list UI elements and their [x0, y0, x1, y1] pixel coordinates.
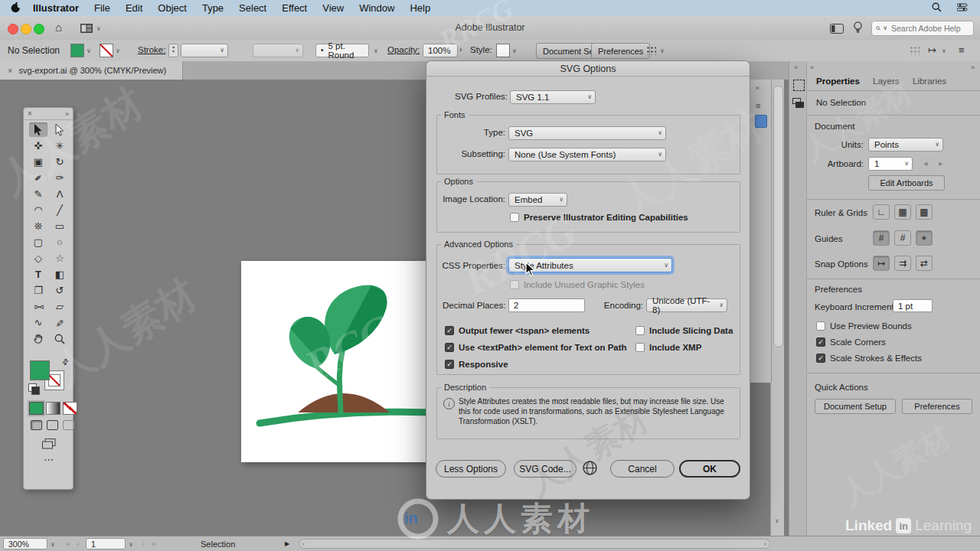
artboards-panel-icon[interactable]: [792, 98, 805, 112]
web-preview-icon[interactable]: [582, 460, 598, 479]
scroll-right-icon[interactable]: ›: [764, 540, 766, 548]
warp-tool[interactable]: ∿: [29, 315, 47, 330]
type-tool[interactable]: T: [29, 267, 47, 282]
stroke-weight-label[interactable]: Stroke:: [138, 45, 165, 54]
preserve-editing-checkbox[interactable]: [510, 213, 519, 222]
encoding-dropdown[interactable]: Unicode (UTF-8)∨: [646, 298, 727, 312]
svg-code-button[interactable]: SVG Code...: [514, 460, 577, 478]
close-tab-icon[interactable]: ×: [0, 66, 18, 75]
cancel-button[interactable]: Cancel: [610, 460, 675, 478]
prev-artboard-icon[interactable]: ◂: [923, 158, 928, 168]
fill-swatch-indicator[interactable]: [30, 360, 50, 380]
scale-strokes-checkbox[interactable]: ✓: [816, 354, 825, 363]
touch-workspace-icon[interactable]: [910, 46, 920, 55]
panel-header-icon[interactable]: »: [971, 64, 975, 71]
collapse-panel-icon[interactable]: »: [65, 110, 69, 118]
lock-guides-icon[interactable]: #: [894, 230, 911, 246]
gradient-tool[interactable]: ◧: [51, 267, 69, 282]
zoom-tool[interactable]: [51, 331, 69, 346]
zoom-level-input[interactable]: 300%: [3, 538, 47, 549]
screen-mode-icon[interactable]: [42, 439, 56, 452]
panel-menu-icon[interactable]: ≡: [959, 44, 965, 56]
minimize-window-button[interactable]: [21, 24, 31, 34]
edit-artboards-button[interactable]: Edit Artboards: [868, 175, 945, 191]
menu-select[interactable]: Select: [231, 2, 274, 14]
layout-switcher-icon[interactable]: ∨: [80, 24, 101, 34]
free-transform-tool[interactable]: ❐: [29, 283, 47, 298]
snap-options-icon[interactable]: ↦: [928, 44, 936, 56]
more-tools-icon[interactable]: ⋯: [44, 454, 54, 465]
css-properties-dropdown[interactable]: Style Attributes∨: [508, 258, 672, 272]
quick-document-setup-button[interactable]: Document Setup: [815, 399, 896, 414]
artboard-tool[interactable]: ▣: [29, 155, 47, 169]
units-dropdown[interactable]: Points∨: [868, 138, 943, 152]
selection-tool[interactable]: [29, 122, 47, 137]
tab-properties[interactable]: Properties: [816, 73, 860, 89]
subsetting-dropdown[interactable]: None (Use System Fonts)∨: [508, 148, 666, 161]
image-location-dropdown[interactable]: Embed∨: [508, 193, 567, 207]
rounded-rectangle-tool[interactable]: ▢: [29, 235, 47, 249]
menu-file[interactable]: File: [87, 2, 118, 14]
rotate-tool[interactable]: ↺: [51, 283, 69, 298]
menu-type[interactable]: Type: [194, 2, 231, 14]
lightbulb-icon[interactable]: [853, 21, 863, 37]
style-swatch[interactable]: [496, 44, 510, 57]
home-icon[interactable]: ⌂: [55, 21, 62, 34]
collapse-panels-icon[interactable]: »: [810, 64, 814, 71]
artboard-dropdown[interactable]: 1∨: [868, 157, 913, 171]
help-search-input[interactable]: [890, 23, 969, 34]
variable-width-dropdown[interactable]: ∨: [253, 44, 303, 57]
close-window-button[interactable]: [8, 24, 18, 34]
menu-edit[interactable]: Edit: [118, 2, 150, 14]
panel-menu-icon[interactable]: ≡: [756, 101, 760, 110]
panel-toggle-icon[interactable]: [830, 23, 844, 37]
document-tab[interactable]: × svg-export.ai @ 300% (CMYK/Preview): [0, 61, 183, 80]
output-tspan-checkbox[interactable]: ✓: [445, 326, 454, 335]
font-type-dropdown[interactable]: SVG∨: [508, 126, 666, 140]
curvature-tool[interactable]: ◠: [29, 203, 47, 217]
ok-button[interactable]: OK: [679, 460, 740, 478]
magic-wand-tool[interactable]: ✳: [51, 139, 69, 153]
last-artboard-icon[interactable]: »: [152, 540, 156, 548]
smart-guides-icon[interactable]: ⌖: [916, 230, 933, 246]
show-guides-icon[interactable]: #: [873, 230, 890, 246]
eyedropper-tool[interactable]: ✐: [51, 315, 69, 330]
draw-inside-mode-icon[interactable]: [63, 420, 74, 430]
quick-preferences-button[interactable]: Preferences: [902, 399, 972, 414]
opacity-input[interactable]: 100%: [423, 44, 458, 57]
svg-profiles-dropdown[interactable]: SVG 1.1∨: [510, 90, 596, 104]
rotate-view-tool[interactable]: ↻: [51, 155, 69, 169]
snap-point-icon[interactable]: ↦: [873, 256, 890, 271]
star-tool[interactable]: ☆: [51, 251, 69, 266]
first-artboard-icon[interactable]: «: [66, 540, 70, 548]
textpath-checkbox[interactable]: ✓: [445, 343, 454, 352]
expand-panels-icon[interactable]: «: [794, 64, 798, 71]
opacity-label[interactable]: Opacity:: [387, 45, 420, 54]
color-mode-button[interactable]: [29, 402, 44, 415]
menu-help[interactable]: Help: [402, 2, 438, 14]
scale-tool[interactable]: ▱: [51, 299, 69, 314]
menu-effect[interactable]: Effect: [274, 2, 315, 14]
anchor-point-tool[interactable]: Λ: [51, 187, 69, 201]
include-slicing-checkbox[interactable]: [635, 326, 645, 335]
gradient-mode-button[interactable]: [46, 402, 60, 415]
group-selection-tool[interactable]: ✜: [29, 139, 47, 153]
horizontal-scrollbar[interactable]: ‹ ›: [299, 539, 770, 549]
snap-glyph-icon[interactable]: ⇄: [916, 256, 933, 271]
ruler-icon[interactable]: ∟: [873, 204, 890, 220]
add-anchor-point-tool[interactable]: ✑: [51, 171, 69, 185]
scroll-down-icon[interactable]: ∨: [775, 517, 779, 524]
spotlight-icon[interactable]: [924, 2, 949, 15]
keyboard-increment-input[interactable]: 1 pt: [893, 299, 933, 312]
apple-icon[interactable]: [0, 2, 25, 15]
responsive-checkbox[interactable]: ✓: [445, 360, 454, 369]
prev-artboard-icon[interactable]: ‹: [77, 540, 79, 548]
transparency-grid-icon[interactable]: ▩: [916, 204, 933, 220]
menu-illustrator[interactable]: Illustrator: [25, 2, 87, 14]
opacity-menu-arrow[interactable]: ›: [459, 45, 462, 54]
decimal-places-input[interactable]: 2: [508, 298, 585, 312]
vertical-scrollbar-thumb[interactable]: [773, 86, 783, 347]
swap-fill-stroke-icon[interactable]: ⇄: [60, 357, 70, 367]
transform-panel-icon[interactable]: [793, 80, 805, 91]
vertical-scrollbar[interactable]: ∨: [770, 80, 784, 536]
